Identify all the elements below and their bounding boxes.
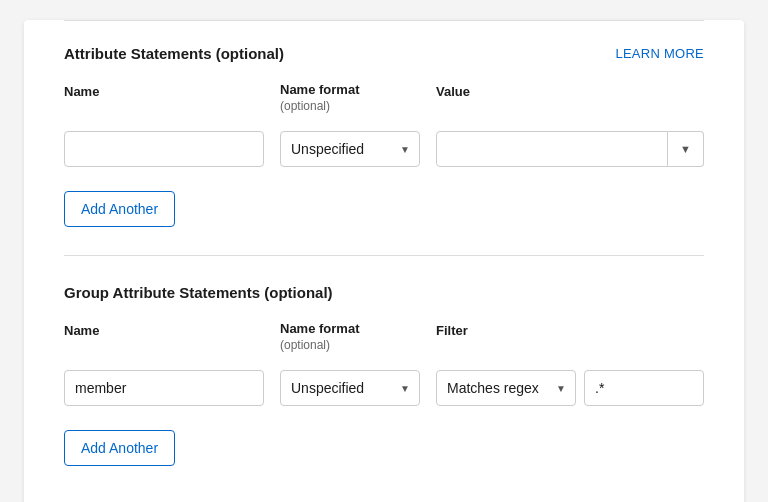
top-divider xyxy=(64,20,704,21)
attribute-value-input[interactable] xyxy=(436,131,668,167)
name-format-column-label: Name format xyxy=(280,82,420,97)
group-name-column-label: Name xyxy=(64,323,99,338)
name-column-label: Name xyxy=(64,84,99,99)
attribute-name-input[interactable] xyxy=(64,131,264,167)
group-filter-column-label: Filter xyxy=(436,323,468,338)
group-name-format-sublabel: (optional) xyxy=(280,338,420,352)
attribute-labels-row: Name Name format (optional) Value xyxy=(64,82,704,119)
group-name-label-container: Name xyxy=(64,321,264,358)
attribute-value-input-wrapper xyxy=(436,131,668,167)
group-filter-value-input[interactable] xyxy=(584,370,704,406)
group-section-title: Group Attribute Statements (optional) xyxy=(64,284,333,301)
group-filter-type-select[interactable]: Matches regex Starts with Contains Equal… xyxy=(436,370,576,406)
group-filter-group: Matches regex Starts with Contains Equal… xyxy=(436,370,704,406)
group-name-group xyxy=(64,370,264,406)
value-column-label: Value xyxy=(436,84,470,99)
group-filter-type-group: Matches regex Starts with Contains Equal… xyxy=(436,370,576,406)
section-divider xyxy=(64,255,704,256)
group-name-input[interactable] xyxy=(64,370,264,406)
attribute-value-with-dropdown: ▼ xyxy=(436,131,704,167)
group-filter-type-wrapper: Matches regex Starts with Contains Equal… xyxy=(436,370,576,406)
group-name-format-column-label: Name format xyxy=(280,321,420,336)
name-format-sublabel: (optional) xyxy=(280,99,420,113)
attribute-statements-section: Attribute Statements (optional) LEARN MO… xyxy=(64,45,704,227)
attribute-value-group: ▼ xyxy=(436,131,704,167)
group-name-format-select[interactable]: Unspecified URI Reference Basic xyxy=(280,370,420,406)
attribute-add-another-button[interactable]: Add Another xyxy=(64,191,175,227)
group-filter-value-group xyxy=(584,370,704,406)
attribute-format-select-wrapper: Unspecified URI Reference Basic ▼ xyxy=(280,131,420,167)
group-format-group: Unspecified URI Reference Basic ▼ xyxy=(280,370,420,406)
group-filter-with-value: Matches regex Starts with Contains Equal… xyxy=(436,370,704,406)
group-filter-label-container: Filter xyxy=(436,321,704,358)
group-format-select-wrapper: Unspecified URI Reference Basic ▼ xyxy=(280,370,420,406)
name-label-container: Name xyxy=(64,82,264,119)
attribute-name-group xyxy=(64,131,264,167)
group-format-label-container: Name format (optional) xyxy=(280,321,420,358)
format-label-container: Name format (optional) xyxy=(280,82,420,119)
group-labels-row: Name Name format (optional) Filter xyxy=(64,321,704,358)
group-input-row: Unspecified URI Reference Basic ▼ Matche… xyxy=(64,370,704,406)
group-section-header: Group Attribute Statements (optional) xyxy=(64,284,704,301)
attribute-value-dropdown-button[interactable]: ▼ xyxy=(668,131,704,167)
attribute-input-row: Unspecified URI Reference Basic ▼ ▼ xyxy=(64,131,704,167)
attribute-format-group: Unspecified URI Reference Basic ▼ xyxy=(280,131,420,167)
learn-more-link[interactable]: LEARN MORE xyxy=(615,46,704,61)
group-attribute-statements-section: Group Attribute Statements (optional) Na… xyxy=(64,284,704,466)
main-card: Attribute Statements (optional) LEARN MO… xyxy=(24,20,744,502)
group-add-another-button[interactable]: Add Another xyxy=(64,430,175,466)
attribute-section-title: Attribute Statements (optional) xyxy=(64,45,284,62)
attribute-name-format-select[interactable]: Unspecified URI Reference Basic xyxy=(280,131,420,167)
value-label-container: Value xyxy=(436,82,704,119)
section-header: Attribute Statements (optional) LEARN MO… xyxy=(64,45,704,62)
